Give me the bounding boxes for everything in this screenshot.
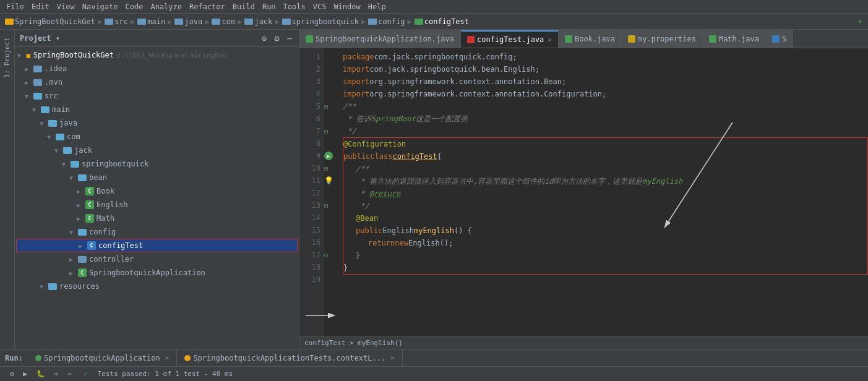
ln-11: 11 (299, 174, 320, 187)
status-text: Tests passed: 1 of 1 test - 40 ms (95, 370, 236, 378)
tab-configtest-icon (467, 36, 475, 43)
tree-app[interactable]: ▶ C SpringbootquickApplication (15, 266, 299, 280)
bulb-icon[interactable]: 💡 (324, 176, 333, 185)
menu-navigate[interactable]: Navigate (79, 2, 122, 11)
code-line-5: /** (343, 100, 868, 113)
bean-run-icon[interactable]: ▶ (324, 152, 333, 160)
tree-book[interactable]: ▶ C Book (15, 184, 299, 198)
bc-springbootquick-icon (282, 19, 291, 25)
gutter-4 (324, 88, 337, 100)
bc-config-icon (368, 19, 377, 25)
menu-tools[interactable]: Tools (280, 2, 309, 11)
tab-configtest[interactable]: configTest.java ✕ (461, 30, 559, 48)
menu-run[interactable]: Run (259, 2, 280, 11)
bc-config[interactable]: config (378, 17, 405, 26)
bc-com[interactable]: com (221, 17, 235, 26)
ln-8: 8 (299, 137, 320, 150)
sbq-icon (71, 161, 79, 168)
tree-main[interactable]: ▼ main (15, 103, 299, 116)
tab-springbootapp[interactable]: SpringbootquickApplication.java (299, 30, 461, 48)
run-tests-close[interactable]: ✕ (390, 354, 395, 362)
line-numbers: 1 2 3 4 5 6 7 8 9 10 11 12 13 14 15 16 1 (299, 48, 324, 336)
menu-view[interactable]: View (53, 2, 79, 11)
mvn-arrow: ▶ (25, 79, 32, 86)
tab-book-icon (565, 35, 572, 43)
bc-jack[interactable]: jack (254, 17, 272, 26)
math-label: Math (97, 214, 114, 223)
ln-15: 15 (299, 224, 320, 236)
menu-file[interactable]: File (2, 2, 28, 11)
src-arrow: ▼ (25, 93, 32, 100)
sidebar-settings-icon[interactable]: ⚙ (272, 33, 281, 44)
highlight-block: @Configuration public class configTest {… (343, 137, 868, 275)
bc-springbootquick[interactable]: springbootquick (292, 17, 359, 26)
book-arrow: ▶ (77, 188, 84, 195)
gutter-11: 💡 (324, 174, 337, 187)
mvn-icon (33, 79, 42, 86)
code-content[interactable]: package com.jack.springbootquick.config;… (337, 48, 868, 336)
tab-configtest-close[interactable]: ✕ (548, 36, 552, 44)
menu-edit[interactable]: Edit (28, 2, 53, 11)
menu-help[interactable]: Help (364, 2, 390, 11)
ln-10: 10 (299, 162, 320, 174)
run-app-icon (35, 355, 41, 361)
tab-math[interactable]: Math.java (703, 30, 766, 48)
tree-idea[interactable]: ▶ .idea (15, 62, 299, 75)
tab-more[interactable]: S (766, 30, 793, 48)
tree-config[interactable]: ▼ config (15, 225, 299, 239)
navigate-icon[interactable]: ⚡ (857, 15, 863, 27)
bc-java[interactable]: java (184, 17, 202, 26)
tree-src[interactable]: ▼ src (15, 89, 299, 103)
menu-refactor[interactable]: Refactor (186, 2, 229, 11)
tab-myprops[interactable]: my.properties (622, 30, 703, 48)
tree-mvn[interactable]: ▶ .mvn (15, 75, 299, 89)
run-app-close[interactable]: ✕ (165, 354, 170, 362)
tab-book[interactable]: Book.java (559, 30, 622, 48)
tree-configtest[interactable]: ▶ C configTest (16, 239, 298, 252)
src-label: src (45, 92, 58, 100)
tree-math[interactable]: ▶ C Math (15, 212, 299, 225)
run-tests-icon (184, 355, 191, 361)
tab-springbootapp-icon (306, 35, 313, 43)
config-arrow: ▼ (69, 229, 77, 236)
math-icon: C (85, 214, 94, 223)
run-tab-app[interactable]: SpringbootquickApplication ✕ (28, 349, 177, 367)
controller-icon (78, 256, 87, 263)
tree-english[interactable]: ▶ C English (15, 198, 299, 212)
gutter-5: ⊟ (324, 100, 337, 113)
bc-jack-icon (244, 19, 253, 25)
tree-bean[interactable]: ▼ bean (15, 171, 299, 184)
menu-build[interactable]: Build (229, 2, 259, 11)
resources-arrow: ▼ (40, 283, 47, 290)
menu-analyze[interactable]: Analyze (147, 2, 186, 11)
sidebar-sync-icon[interactable]: ⊙ (260, 33, 269, 44)
java-arrow: ▼ (40, 120, 47, 127)
menu-code[interactable]: Code (122, 2, 147, 11)
com-label: com (67, 132, 80, 141)
tree-resources[interactable]: ▼ resources (15, 280, 299, 293)
sidebar-minimize-icon[interactable]: − (285, 33, 294, 44)
tree-controller[interactable]: ▶ controller (15, 252, 299, 266)
tree-com[interactable]: ▼ com (15, 130, 299, 143)
main-arrow: ▼ (32, 106, 40, 113)
menu-vcs[interactable]: VCS (309, 2, 330, 11)
root-arrow: ▼ (17, 52, 25, 59)
tree-jack[interactable]: ▼ jack (15, 143, 299, 157)
gutter-6 (324, 113, 337, 125)
tree-root[interactable]: ▼ ◼ SpringBootQuickGet D:\IDEA_Workspace… (15, 48, 299, 62)
bc-configtest[interactable]: configTest (424, 17, 469, 26)
menu-window[interactable]: Window (330, 2, 364, 11)
bc-project[interactable]: SpringBootQuickGet (15, 17, 95, 26)
bc-main[interactable]: main (147, 17, 165, 26)
gutter-10: ⊟ (324, 162, 337, 174)
project-tab-label[interactable]: 1: Project (2, 32, 12, 83)
tree-springbootquick[interactable]: ▼ springbootquick (15, 157, 299, 171)
bottom-run-tabs: Run: SpringbootquickApplication ✕ Spring… (0, 349, 868, 366)
gutter-13: ⊟ (324, 199, 337, 212)
ln-6: 6 (299, 113, 320, 125)
tree-java[interactable]: ▼ java (15, 116, 299, 130)
run-tab-tests[interactable]: SpringbootquickApplicationTests.contextL… (177, 349, 402, 367)
bc-src[interactable]: src (114, 17, 128, 26)
config-label: config (89, 228, 116, 236)
gutter-9: ▶ (324, 150, 337, 162)
